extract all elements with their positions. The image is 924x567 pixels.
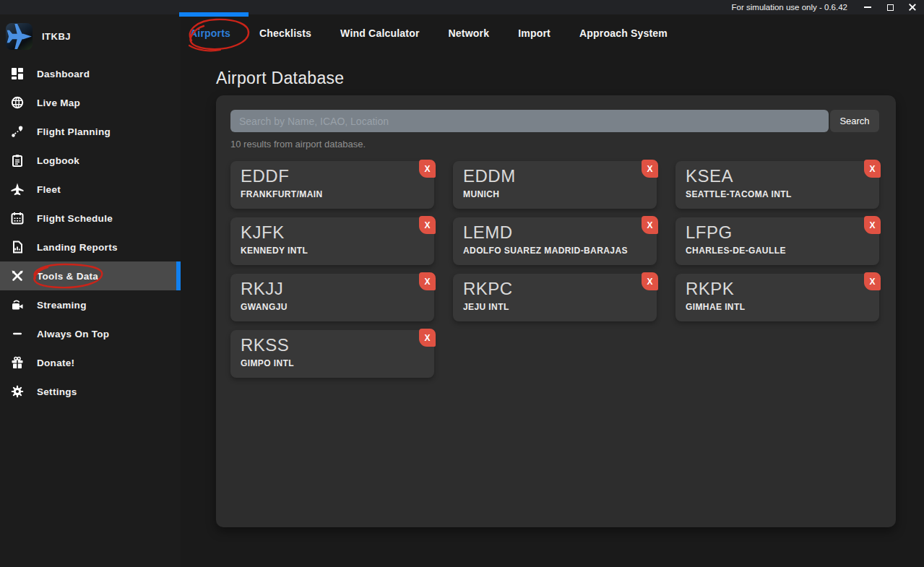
airport-icao: LEMD xyxy=(463,222,647,243)
sidebar-item-label: Dashboard xyxy=(37,69,90,79)
sidebar-item-flight-schedule[interactable]: Flight Schedule xyxy=(0,204,181,233)
airport-icao: RKPK xyxy=(686,279,869,300)
tab-import[interactable]: Import xyxy=(518,27,550,39)
results-count: 10 results from airport database. xyxy=(230,139,881,150)
maximize-icon xyxy=(887,4,894,11)
airport-name: SEATTLE-TACOMA INTL xyxy=(686,189,869,199)
airport-name: KENNEDY INTL xyxy=(241,246,424,256)
tools-icon xyxy=(11,269,24,282)
sidebar-nav: DashboardLive MapFlight PlanningLogbookF… xyxy=(0,59,181,406)
sidebar-item-label: Donate! xyxy=(37,358,74,368)
sidebar: ITKBJ DashboardLive MapFlight PlanningLo… xyxy=(0,14,181,567)
sidebar-item-donate[interactable]: Donate! xyxy=(0,348,181,377)
airport-name: GIMHAE INTL xyxy=(686,302,869,312)
main-area: AirportsChecklistsWind CalculatorNetwork… xyxy=(181,14,924,567)
airplane-icon xyxy=(11,183,24,196)
close-icon xyxy=(909,4,916,11)
remove-airport-button[interactable]: X xyxy=(419,329,436,347)
airport-card-rkpc: RKPCJEJU INTLX xyxy=(453,274,657,321)
dash-icon xyxy=(11,327,24,340)
remove-airport-button[interactable]: X xyxy=(864,160,881,178)
dashboard-icon xyxy=(11,67,24,80)
sidebar-item-always-on-top[interactable]: Always On Top xyxy=(0,319,181,348)
airport-icao: LFPG xyxy=(686,222,869,243)
remove-airport-button[interactable]: X xyxy=(419,160,436,178)
airport-card-lfpg: LFPGCHARLES-DE-GAULLEX xyxy=(675,217,879,265)
airport-name: FRANKFURT/MAIN xyxy=(241,189,424,199)
sidebar-item-live-map[interactable]: Live Map xyxy=(0,88,181,117)
airport-name: JEJU INTL xyxy=(463,302,647,312)
sidebar-item-label: Flight Planning xyxy=(37,126,111,137)
airport-name: GWANGJU xyxy=(241,302,424,312)
airport-name: GIMPO INTL xyxy=(241,358,424,368)
sidebar-item-label: Live Map xyxy=(37,98,80,108)
airport-card-ksea: KSEASEATTLE-TACOMA INTLX xyxy=(675,161,879,209)
search-input[interactable] xyxy=(230,110,829,132)
airport-database-panel: Search 10 results from airport database.… xyxy=(216,95,896,527)
minimize-icon xyxy=(864,7,871,8)
route-icon xyxy=(11,125,24,138)
sidebar-item-streaming[interactable]: Streaming xyxy=(0,290,181,319)
remove-airport-button[interactable]: X xyxy=(642,160,658,178)
airport-card-rkpk: RKPKGIMHAE INTLX xyxy=(675,274,879,321)
tabbar: AirportsChecklistsWind CalculatorNetwork… xyxy=(181,14,924,52)
sidebar-item-fleet[interactable]: Fleet xyxy=(0,175,181,204)
titlebar-text: For simulation use only - 0.6.42 xyxy=(732,3,847,12)
app-name: ITKBJ xyxy=(42,31,71,42)
sidebar-item-label: Settings xyxy=(37,386,77,397)
airport-card-rkss: RKSSGIMPO INTLX xyxy=(230,330,434,378)
airport-card-eddm: EDDMMUNICHX xyxy=(453,161,657,209)
airport-icao: KJFK xyxy=(241,222,424,243)
airport-icao: EDDM xyxy=(463,166,647,187)
report-icon xyxy=(11,241,24,254)
remove-airport-button[interactable]: X xyxy=(864,272,881,290)
tab-approach-system[interactable]: Approach System xyxy=(579,27,668,39)
maximize-button[interactable] xyxy=(885,2,895,12)
tab-checklists[interactable]: Checklists xyxy=(259,27,311,39)
active-tab-indicator xyxy=(179,12,249,17)
airport-card-eddf: EDDFFRANKFURT/MAINX xyxy=(230,161,434,209)
sidebar-item-tools-data[interactable]: Tools & Data xyxy=(0,261,181,290)
clipboard-icon xyxy=(11,154,24,167)
app-logo xyxy=(6,23,33,50)
camera-icon xyxy=(11,298,24,311)
airport-icao: EDDF xyxy=(241,166,424,187)
titlebar: For simulation use only - 0.6.42 xyxy=(0,0,924,14)
airport-icao: RKSS xyxy=(241,335,424,356)
airport-name: ADOLFO SUAREZ MADRID-BARAJAS xyxy=(463,246,647,256)
airplane-logo-icon xyxy=(6,23,33,50)
airport-icao: KSEA xyxy=(686,166,869,187)
airport-name: CHARLES-DE-GAULLE xyxy=(686,246,869,256)
remove-airport-button[interactable]: X xyxy=(864,216,881,234)
search-row: Search xyxy=(230,110,881,132)
sidebar-item-settings[interactable]: Settings xyxy=(0,377,181,406)
airport-icao: RKPC xyxy=(463,279,647,300)
page-title: Airport Database xyxy=(216,69,344,88)
airport-card-lemd: LEMDADOLFO SUAREZ MADRID-BARAJASX xyxy=(453,217,657,265)
sidebar-item-landing-reports[interactable]: Landing Reports xyxy=(0,233,181,261)
sidebar-item-label: Landing Reports xyxy=(37,242,118,253)
sidebar-item-label: Logbook xyxy=(37,155,79,166)
remove-airport-button[interactable]: X xyxy=(419,272,436,290)
sidebar-item-label: Flight Schedule xyxy=(37,213,113,224)
close-button[interactable] xyxy=(907,2,917,12)
airport-card-kjfk: KJFKKENNEDY INTLX xyxy=(230,217,434,265)
airport-icao: RKJJ xyxy=(241,279,424,300)
minimize-button[interactable] xyxy=(863,2,873,12)
sidebar-item-flight-planning[interactable]: Flight Planning xyxy=(0,117,181,146)
app-brand: ITKBJ xyxy=(0,14,181,59)
gift-icon xyxy=(11,356,24,369)
tab-network[interactable]: Network xyxy=(449,27,490,39)
airport-name: MUNICH xyxy=(463,189,647,199)
sidebar-item-logbook[interactable]: Logbook xyxy=(0,146,181,175)
sidebar-item-dashboard[interactable]: Dashboard xyxy=(0,59,181,88)
airport-card-rkjj: RKJJGWANGJUX xyxy=(230,274,434,321)
remove-airport-button[interactable]: X xyxy=(419,216,436,234)
remove-airport-button[interactable]: X xyxy=(642,272,658,290)
tab-wind-calculator[interactable]: Wind Calculator xyxy=(340,27,419,39)
globe-icon xyxy=(11,96,24,109)
tab-airports[interactable]: Airports xyxy=(190,27,230,39)
remove-airport-button[interactable]: X xyxy=(642,216,658,234)
gear-icon xyxy=(11,385,24,398)
search-button[interactable]: Search xyxy=(830,110,879,132)
